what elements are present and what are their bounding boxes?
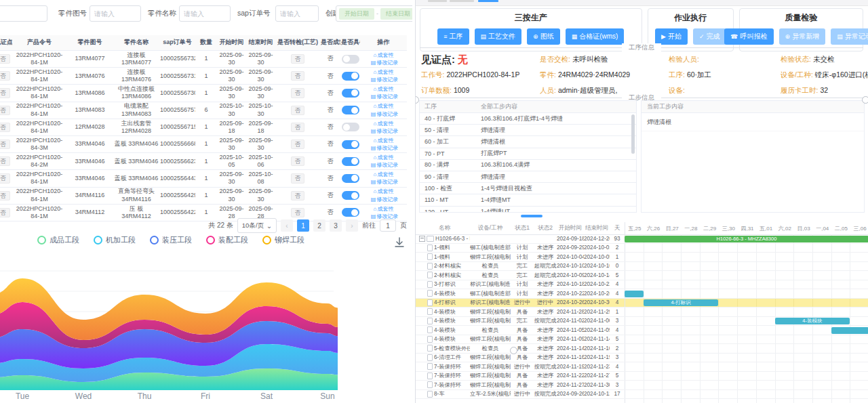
- step-row[interactable]: 110 - MT1-4焊缝MT: [420, 194, 636, 206]
- legend-item[interactable]: 机加工段: [94, 235, 136, 245]
- ready-toggle[interactable]: [342, 55, 359, 64]
- 异常新增-button[interactable]: ⊕异常新增: [779, 28, 826, 45]
- legend-item[interactable]: 装配工段: [206, 235, 248, 245]
- gantt-row[interactable]: 4-装模块铆焊工段(核电制造部)完工按期完成2024-11-022024-11-…: [416, 317, 868, 326]
- step-row[interactable]: 100 - 检查1-4号焊缝目视检查: [420, 183, 636, 194]
- part-name-input[interactable]: [179, 5, 231, 22]
- gantt-bar[interactable]: [831, 327, 868, 334]
- edit-log-link[interactable]: ▤修改记录: [371, 196, 399, 203]
- completeness-link[interactable]: ⌂成套性: [374, 137, 394, 144]
- gantt-bar[interactable]: [625, 291, 644, 297]
- ready-toggle[interactable]: [342, 106, 359, 114]
- ready-toggle[interactable]: [342, 208, 359, 217]
- splitter-handle-bottom[interactable]: [510, 347, 517, 354]
- button-icon: ✓: [699, 33, 705, 40]
- gantt-row[interactable]: 4-打标识标识工(核电制造部)进行中进行中2024-10-262024-10-3…: [416, 299, 868, 308]
- gantt-row[interactable]: 4-装模块铆焊工段(核电制造部)具备未进序2024-11-282024-11-2…: [416, 307, 868, 317]
- gantt-row[interactable]: 2-材料核实检查员完工超期完成2024-10-092024-10-145: [416, 271, 868, 280]
- edit-log-link[interactable]: ▤修改记录: [371, 93, 399, 100]
- part-drawing-input[interactable]: [90, 5, 141, 22]
- step-row[interactable]: 60 - 加工焊缝清根: [420, 136, 636, 148]
- gantt-bar[interactable]: 4-打标识: [644, 299, 719, 306]
- ready-toggle[interactable]: [342, 140, 359, 149]
- step-row[interactable]: 90 - 清理焊缝清理: [420, 171, 636, 183]
- completeness-link[interactable]: ⌂成套性: [374, 86, 394, 92]
- gantt-row[interactable]: 4-装模块铆工(核电制造部)计划未进序2024-10-222024-10-264: [416, 289, 868, 299]
- 图纸-button[interactable]: ⊕图纸: [527, 28, 560, 45]
- download-chart-icon[interactable]: [393, 236, 406, 249]
- edit-log-link[interactable]: ▤修改记录: [371, 179, 399, 185]
- gantt-row[interactable]: 7-装保持环铆焊工段(核电制造部)具备未进序2024-11-222024-11-…: [416, 372, 868, 381]
- step-row[interactable]: 80 - 满焊106.3和106.4满焊: [420, 160, 636, 171]
- gantt-row[interactable]: 4-装模块铆焊工段(核电制造部)具备未进序2024-11-092024-11-1…: [416, 335, 868, 345]
- gantt-row[interactable]: 7-装保持环铆焊工段(核电制造部)具备未进序2024-11-272024-11-…: [416, 381, 868, 390]
- 工艺文件-button[interactable]: ▤工艺文件: [475, 28, 522, 45]
- gantt-row[interactable]: 1-领料铆焊工段(核电制造部)计划未进序2024-10-042024-10-05…: [416, 253, 868, 262]
- gantt-row[interactable]: 7-装保持环铆焊工段(核电制造部)进行中按期完成2024-11-192024-1…: [416, 362, 868, 372]
- 开始-button[interactable]: ▶开始: [655, 28, 688, 45]
- legend-item[interactable]: 铆焊工段: [262, 235, 304, 245]
- gantt-bar[interactable]: 4-装模块: [775, 318, 850, 324]
- step-row[interactable]: 40 - 打底焊106.3和106.4打底焊1-4号焊缝: [420, 113, 636, 125]
- gantt-row[interactable]: 8-车立车-2.5米(核电制造部)进行中按期完成2024-09-262024-1…: [416, 390, 868, 400]
- ready-toggle[interactable]: [342, 191, 359, 200]
- edit-log-link[interactable]: ▤修改记录: [371, 60, 399, 66]
- 异常记录-button[interactable]: ▤异常记录: [831, 28, 868, 45]
- page-number-3[interactable]: 3: [330, 219, 342, 232]
- ready-toggle[interactable]: [342, 123, 359, 131]
- 完成-button[interactable]: ✓完成: [693, 28, 726, 45]
- tab-active[interactable]: [478, 0, 498, 2]
- gantt-row[interactable]: H1026-66-3 - MHZZA83002024-09-182024-12-…: [416, 234, 868, 244]
- legend-item[interactable]: 装压工段: [150, 235, 192, 245]
- edit-log-link[interactable]: ▤修改记录: [371, 162, 399, 168]
- sap-order-input[interactable]: [275, 5, 319, 22]
- steps-scrollbar-horizontal[interactable]: [521, 215, 542, 217]
- edit-log-link[interactable]: ▤修改记录: [371, 128, 399, 134]
- gantt-row[interactable]: 1-领料铆工(核电制造部)计划未进序2024-09-292024-10-012: [416, 244, 868, 253]
- completeness-link[interactable]: ⌂成套性: [374, 206, 394, 212]
- date-range-input[interactable]: 开始日期 - 结束日期: [336, 5, 412, 22]
- 工序-button[interactable]: ≡工序: [437, 28, 469, 45]
- page-number-2[interactable]: 2: [313, 219, 326, 232]
- gantt-bar[interactable]: H1026-66-3 - MHZZA8300: [625, 236, 868, 242]
- completeness-link[interactable]: ⌂成套性: [374, 171, 394, 177]
- completeness-link[interactable]: ⌂成套性: [374, 121, 394, 127]
- page-number-1[interactable]: 1: [297, 219, 309, 232]
- 呼叫报检-button[interactable]: ☎呼叫报检: [724, 28, 773, 45]
- tab-inactive-1[interactable]: [428, 0, 447, 2]
- legend-item[interactable]: 成品工段: [37, 235, 79, 245]
- ready-toggle[interactable]: [342, 157, 359, 166]
- gantt-row[interactable]: 5-检查模块外径检查员具备未进序2024-11-142024-11-162: [416, 344, 868, 354]
- ready-toggle[interactable]: [342, 89, 359, 98]
- steps-scrollbar-vertical[interactable]: [631, 114, 635, 154]
- gantt-row[interactable]: 3-打标识标识工(核电制造部)计划未进序2024-10-182024-10-22…: [416, 280, 868, 290]
- completeness-link[interactable]: ⌂成套性: [374, 154, 394, 161]
- next-page-button[interactable]: ›: [346, 219, 358, 232]
- edit-log-link[interactable]: ▤修改记录: [371, 111, 399, 117]
- completeness-link[interactable]: ⌂成套性: [374, 69, 394, 75]
- step-row[interactable]: 120 - UT1-4焊缝UT: [420, 207, 636, 213]
- gantt-row[interactable]: 2-材料核实检查员完工超期完成2024-10-102024-10-100: [416, 262, 868, 272]
- goto-page-input[interactable]: [380, 219, 396, 232]
- edit-log-link[interactable]: ▤修改记录: [371, 77, 399, 83]
- tab-inactive-2[interactable]: [450, 0, 474, 2]
- column-header: 操作: [360, 37, 407, 47]
- prev-page-button[interactable]: ‹: [281, 219, 293, 232]
- ready-toggle[interactable]: [342, 72, 359, 81]
- completeness-link[interactable]: ⌂成套性: [374, 52, 394, 58]
- edit-log-link[interactable]: ▤修改记录: [371, 145, 399, 151]
- splitter-handle-right[interactable]: [862, 96, 868, 104]
- cut-filter-input[interactable]: [0, 5, 47, 22]
- completeness-link[interactable]: ⌂成套性: [374, 188, 394, 194]
- gantt-row[interactable]: [416, 399, 868, 403]
- completeness-link[interactable]: ⌂成套性: [374, 103, 394, 109]
- ready-toggle[interactable]: [342, 174, 359, 183]
- page-size-select[interactable]: 10条/页 ⌄: [237, 218, 277, 233]
- step-row[interactable]: 50 - 清理焊缝清理: [420, 125, 636, 136]
- collapse-icon[interactable]: [419, 236, 425, 242]
- step-row[interactable]: 70 - PT打底焊PT: [420, 148, 636, 160]
- gantt-header: 名称设备/工种状态1状态2开始时间结束时间天 五,25六,26日,27一,28二…: [416, 222, 868, 235]
- gantt-row[interactable]: 6-清理工件铆焊工段(核电制造部)具备未进序2024-11-162024-11-…: [416, 354, 868, 363]
- 合格证(wms)-button[interactable]: ▦合格证(wms): [566, 28, 625, 45]
- gantt-row[interactable]: 4-装模块检查员具备未进序2024-11-052024-11-094: [416, 326, 868, 335]
